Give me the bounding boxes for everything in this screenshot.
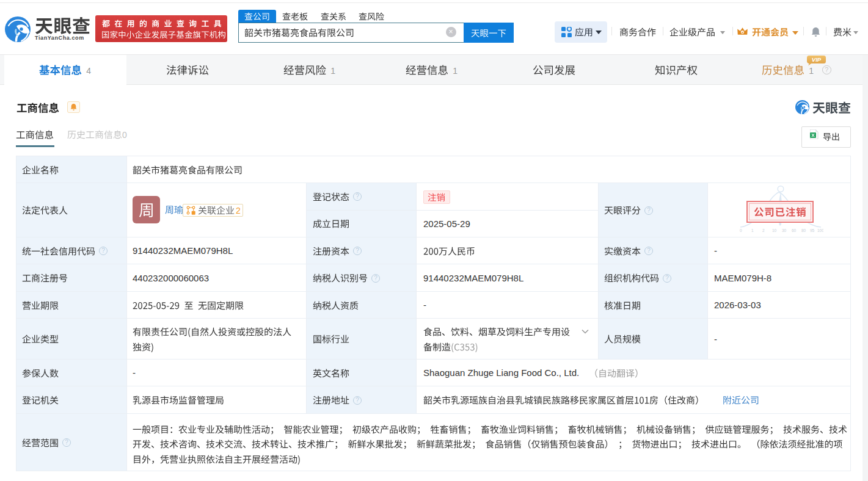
svg-text:VIP: VIP <box>812 56 822 63</box>
svg-text:1: 1 <box>751 228 754 233</box>
svg-text:95: 95 <box>810 228 815 233</box>
svg-text:100: 100 <box>817 228 823 233</box>
svg-text:80: 80 <box>801 228 806 233</box>
svg-text:10: 10 <box>772 228 777 233</box>
svg-text:0: 0 <box>740 228 742 233</box>
svg-text:2: 2 <box>762 228 765 233</box>
svg-text:60: 60 <box>792 228 797 233</box>
svg-text:30: 30 <box>782 228 787 233</box>
